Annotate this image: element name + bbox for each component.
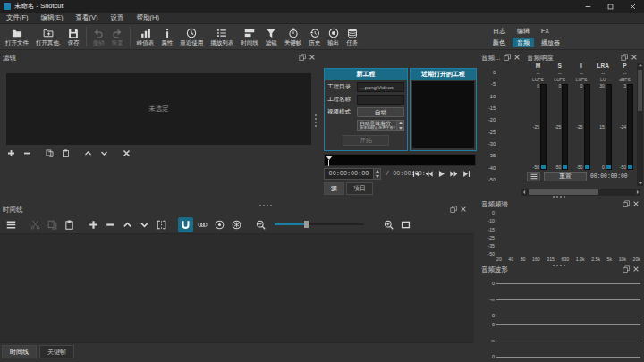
layout-button[interactable]: FX <box>537 26 554 36</box>
timeline-tool-button[interactable] <box>103 217 118 232</box>
toolbar-button[interactable]: 任务 <box>343 25 361 49</box>
menu-item[interactable]: 设置 <box>105 13 131 22</box>
video-mode-button[interactable]: 自动 <box>357 107 404 117</box>
timeline-tool-button[interactable] <box>4 217 19 232</box>
close-button[interactable] <box>622 0 644 13</box>
timeline-tool-button[interactable] <box>137 217 152 232</box>
undock-icon[interactable] <box>621 54 628 61</box>
toolbar-button[interactable]: 属性 <box>157 25 176 49</box>
seek-bar[interactable] <box>324 154 476 166</box>
playhead-marker[interactable] <box>326 156 333 160</box>
layout-button[interactable]: 颜色 <box>488 38 510 47</box>
toolbar-button[interactable]: 打开文件 <box>2 25 32 49</box>
toolbar-button[interactable]: 最近使用 <box>176 25 207 49</box>
filter-tool-button[interactable] <box>43 147 56 159</box>
scroll-right-icon[interactable] <box>635 189 640 195</box>
maximize-button[interactable] <box>599 0 622 13</box>
position-timecode-spinbox[interactable]: 00:00:00:00 <box>324 168 381 180</box>
timeline-tool-button[interactable] <box>45 217 60 232</box>
filters-list-area[interactable]: 未选定 <box>6 73 311 145</box>
filter-tool-button[interactable] <box>59 147 72 159</box>
timeline-tool-button[interactable] <box>381 217 396 232</box>
toolbar-button[interactable]: 保存 <box>64 25 83 49</box>
timeline-tool-button[interactable] <box>212 217 227 232</box>
layout-button[interactable]: 音频 <box>513 38 534 47</box>
vertical-scrollbar[interactable] <box>637 63 643 186</box>
filter-tool-button[interactable] <box>120 147 133 159</box>
dock-tab[interactable]: 时间线 <box>2 345 37 358</box>
timeline-tool-button[interactable] <box>62 217 77 232</box>
filter-tool-button[interactable] <box>97 147 111 159</box>
undock-icon[interactable] <box>299 54 306 61</box>
timeline-tracks-area[interactable] <box>0 234 474 342</box>
close-icon[interactable] <box>632 200 640 207</box>
undock-icon[interactable] <box>623 200 630 207</box>
horizontal-scrollbar[interactable] <box>521 189 640 196</box>
layout-button[interactable]: 播放器 <box>537 38 564 47</box>
timeline-tool-button[interactable] <box>120 217 135 232</box>
timeline-tool-button[interactable] <box>86 217 101 232</box>
toolbar-button[interactable]: 打开其他. <box>32 25 64 49</box>
scroll-left-icon[interactable] <box>521 189 527 195</box>
close-icon[interactable] <box>631 54 638 61</box>
undock-icon[interactable] <box>623 265 630 273</box>
filter-tool-button[interactable] <box>4 147 18 159</box>
layout-button[interactable]: 编辑 <box>513 26 534 36</box>
scrollbar-thumb[interactable] <box>529 189 598 195</box>
start-button[interactable]: 开始 <box>343 135 389 146</box>
timeline-zoom-slider[interactable] <box>275 219 364 230</box>
toolbar-button[interactable]: 历史 <box>305 25 324 49</box>
splitter-handle[interactable] <box>315 114 317 127</box>
timeline-tool-button[interactable] <box>154 217 169 232</box>
menu-item[interactable]: 文件(F) <box>0 13 35 22</box>
toolbar-button[interactable]: 滤镜 <box>262 25 281 49</box>
timeline-tool-button[interactable] <box>398 217 413 232</box>
transport-button[interactable] <box>448 168 459 180</box>
video-mode-combo[interactable]: 自动意味着分 辨率和帧速率基于首个视频 <box>357 120 404 131</box>
transport-button[interactable] <box>411 168 421 180</box>
menu-item[interactable]: 帮助(H) <box>131 13 165 22</box>
reset-button[interactable]: 重置 <box>544 172 587 181</box>
transport-button[interactable] <box>423 168 434 180</box>
minimize-button[interactable] <box>577 0 599 13</box>
close-icon[interactable] <box>513 54 521 61</box>
toolbar-button[interactable]: 峰值表 <box>133 25 158 49</box>
combo-spinner[interactable] <box>396 121 403 130</box>
menu-item[interactable]: 编辑(E) <box>35 13 70 22</box>
timeline-tool-button[interactable] <box>195 217 210 232</box>
undock-icon[interactable] <box>450 206 457 213</box>
filter-tool-button[interactable] <box>81 147 95 159</box>
transport-button[interactable] <box>436 168 446 180</box>
project-name-input[interactable] <box>357 95 404 105</box>
filter-tool-button[interactable] <box>21 147 34 159</box>
toolbar-button[interactable]: 撤销 <box>89 25 108 49</box>
slider-handle[interactable] <box>304 221 309 228</box>
scroll-down-icon[interactable] <box>638 181 643 186</box>
timeline-tool-button[interactable] <box>178 217 193 232</box>
timeline-tool-button[interactable] <box>253 217 268 232</box>
toolbar-button[interactable]: 时间线 <box>237 25 262 49</box>
transport-button[interactable] <box>461 168 471 180</box>
player-tab[interactable]: 源 <box>324 182 344 195</box>
close-icon[interactable] <box>309 54 316 61</box>
timecode-spinner[interactable] <box>373 169 380 179</box>
menu-item[interactable]: 查看(V) <box>70 13 105 22</box>
project-folder-input[interactable]: …pang\Videos <box>357 82 404 92</box>
close-icon[interactable] <box>460 206 467 213</box>
undock-icon[interactable] <box>504 54 511 61</box>
player-tab[interactable]: 项目 <box>346 182 373 195</box>
timeline-tool-button[interactable] <box>28 217 43 232</box>
toolbar-button[interactable]: 播放列表 <box>207 25 237 49</box>
dock-tab[interactable]: 关键帧 <box>39 345 74 358</box>
toolbar-button[interactable]: 恢复 <box>108 25 127 49</box>
scroll-up-icon[interactable] <box>638 63 643 68</box>
splitter-handle[interactable] <box>553 196 565 198</box>
scrollbar-thumb[interactable] <box>638 70 642 111</box>
layout-button[interactable]: 日志 <box>488 26 510 36</box>
loudness-menu-button[interactable] <box>527 172 540 181</box>
close-icon[interactable] <box>632 265 640 273</box>
timeline-tool-button[interactable] <box>229 217 244 232</box>
toolbar-button[interactable]: 关键帧 <box>281 25 306 49</box>
toolbar-button[interactable]: 输出 <box>324 25 343 49</box>
recent-projects-list[interactable] <box>412 81 474 148</box>
